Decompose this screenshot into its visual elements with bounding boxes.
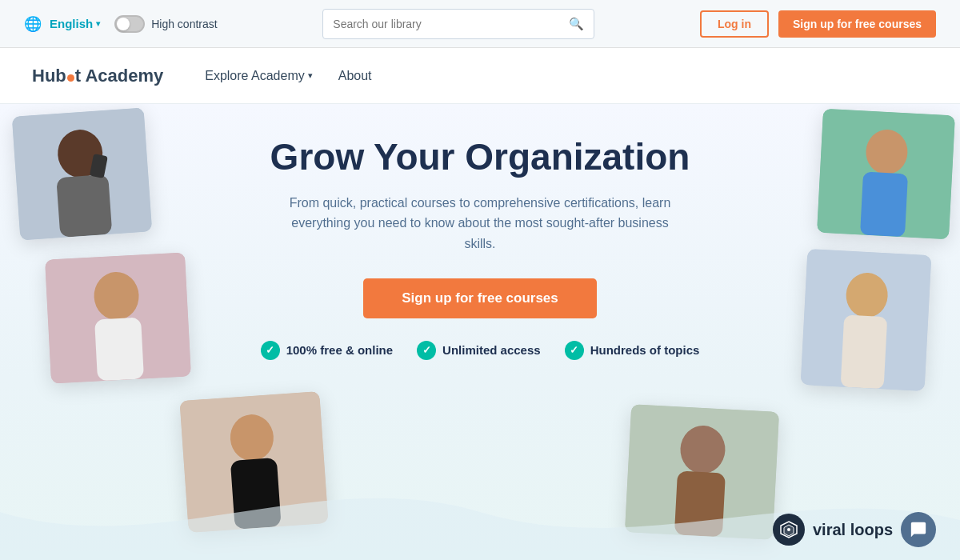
- hero-section: Grow Your Organization From quick, pract…: [0, 104, 960, 560]
- check-icon-2: ✓: [417, 341, 436, 360]
- svg-rect-6: [860, 172, 908, 238]
- viral-loops-logo: [773, 514, 805, 546]
- signup-top-button[interactable]: Sign up for free courses: [778, 10, 936, 38]
- badge-topics: ✓ Hundreds of topics: [565, 341, 700, 360]
- check-icon-3: ✓: [565, 341, 584, 360]
- hero-content: Grow Your Organization From quick, pract…: [261, 136, 700, 360]
- badge-topics-label: Hundreds of topics: [590, 343, 700, 357]
- login-button[interactable]: Log in: [700, 10, 769, 38]
- logo[interactable]: Hubt Academy: [32, 66, 163, 86]
- caret-icon: ▾: [96, 19, 100, 28]
- explore-academy-nav[interactable]: Explore Academy ▾: [195, 62, 322, 90]
- top-bar-left: 🌐 English ▾ High contrast: [24, 15, 218, 33]
- top-bar-actions: Log in Sign up for free courses: [700, 10, 936, 38]
- search-wrap: 🔍: [230, 9, 687, 39]
- chat-bubble-button[interactable]: [901, 512, 936, 547]
- nav-links: Explore Academy ▾ About: [195, 62, 381, 90]
- badge-unlimited-label: Unlimited access: [442, 343, 541, 357]
- logo-text: Hubt Academy: [32, 66, 163, 86]
- high-contrast-toggle-wrap: High contrast: [114, 15, 217, 33]
- badge-free-label: 100% free & online: [286, 343, 393, 357]
- svg-point-21: [787, 528, 790, 531]
- photo-top-right: [817, 109, 955, 239]
- search-box: 🔍: [322, 9, 594, 39]
- hero-badges: ✓ 100% free & online ✓ Unlimited access …: [261, 341, 700, 360]
- explore-caret-icon: ▾: [308, 70, 313, 81]
- signup-hero-button[interactable]: Sign up for free courses: [363, 278, 597, 318]
- svg-rect-12: [841, 315, 888, 390]
- svg-rect-2: [56, 174, 112, 238]
- badge-unlimited: ✓ Unlimited access: [417, 341, 541, 360]
- hero-title: Grow Your Organization: [270, 136, 690, 178]
- search-icon: 🔍: [569, 17, 584, 31]
- high-contrast-toggle[interactable]: [114, 15, 145, 33]
- brand-bar: viral loops: [773, 512, 936, 547]
- photo-mid-right: [801, 249, 932, 391]
- svg-rect-9: [94, 318, 144, 382]
- top-bar: 🌐 English ▾ High contrast 🔍 Log in Sign …: [0, 0, 960, 48]
- about-label: About: [338, 69, 372, 83]
- main-nav: Hubt Academy Explore Academy ▾ About: [0, 48, 960, 104]
- explore-academy-label: Explore Academy: [205, 69, 305, 83]
- hero-subtitle: From quick, practical courses to compreh…: [284, 193, 676, 254]
- check-icon-1: ✓: [261, 341, 280, 360]
- language-label: English: [50, 17, 93, 30]
- photo-top-left: [12, 107, 152, 240]
- search-input[interactable]: [333, 18, 562, 30]
- high-contrast-label: High contrast: [151, 18, 217, 30]
- toggle-knob: [117, 18, 130, 30]
- about-nav[interactable]: About: [329, 62, 382, 90]
- language-selector[interactable]: English ▾: [50, 17, 100, 30]
- brand-name-label: viral loops: [813, 521, 893, 539]
- photo-mid-left: [45, 253, 191, 384]
- badge-free-online: ✓ 100% free & online: [261, 341, 393, 360]
- globe-icon: 🌐: [24, 15, 42, 33]
